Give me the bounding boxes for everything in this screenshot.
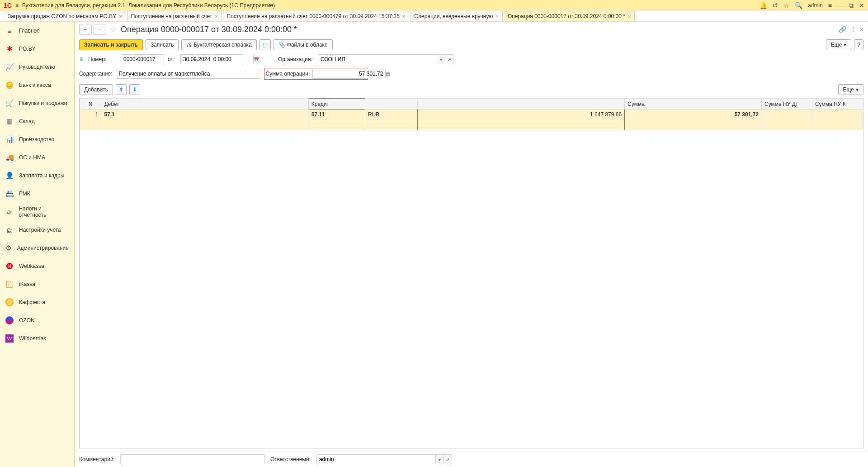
more-button[interactable]: Еще ▾ — [826, 39, 851, 50]
cart-icon: 🛒 — [5, 99, 14, 107]
chevron-down-icon: ▾ — [844, 42, 846, 48]
sidebar-item-warehouse[interactable]: ▦Склад — [0, 112, 74, 130]
files-cloud-button[interactable]: 📎Файлы в облаке — [274, 39, 333, 50]
from-label: от: — [168, 56, 177, 62]
help-button[interactable]: ? — [854, 39, 863, 50]
tab[interactable]: Поступление на расчетный счет 0000-00047… — [223, 11, 410, 21]
calendar-icon[interactable]: 📅 — [253, 55, 259, 64]
close-icon[interactable]: × — [402, 14, 405, 19]
col-n[interactable]: N — [80, 99, 101, 110]
tab[interactable]: Загрузка продаж OZON по месяцам PO.BY× — [4, 11, 126, 21]
ozon-icon — [5, 316, 14, 324]
sum-input-wrap: ▤ — [312, 69, 367, 79]
link-icon[interactable]: 🔗 — [839, 26, 846, 33]
dropdown-icon[interactable]: ▾ — [437, 55, 445, 64]
col-sum-nu-dt[interactable]: Сумма НУ Дт — [762, 99, 812, 110]
star-icon[interactable]: ☆ — [783, 2, 789, 9]
sidebar-item-webkassa[interactable]: 🅦Webkassa — [0, 257, 74, 275]
sidebar-item-manager[interactable]: 📈Руководителю — [0, 58, 74, 76]
sidebar-item-label: Webkassa — [19, 263, 44, 269]
sidebar-item-wildberries[interactable]: WWildberries — [0, 329, 74, 348]
responsible-input[interactable] — [317, 455, 435, 464]
tab[interactable]: Операции, введенные вручную× — [410, 11, 503, 21]
close-icon[interactable]: × — [495, 14, 498, 19]
sidebar-item-label: Зарплата и кадры — [19, 172, 64, 179]
sidebar-item-sales[interactable]: 🛒Покупки и продажи — [0, 94, 74, 112]
sidebar-item-poby[interactable]: ✱PO.BY — [0, 40, 74, 58]
move-down-button[interactable]: ⬇ — [129, 84, 140, 95]
more-vert-icon[interactable]: ⋮ — [850, 26, 856, 33]
sidebar-item-ozon[interactable]: OZON — [0, 311, 74, 329]
sidebar-item-label: Руководителю — [19, 64, 55, 70]
dt-kt-button[interactable]: ⬚ — [259, 39, 271, 50]
calc-icon[interactable]: ▤ — [385, 69, 390, 78]
bell-icon[interactable]: 🔔 — [760, 2, 767, 9]
table-more-button[interactable]: Еще ▾ — [838, 84, 863, 95]
star-icon: ✱ — [5, 45, 14, 53]
number-input[interactable] — [121, 54, 164, 64]
user-label[interactable]: admin — [808, 2, 823, 9]
sidebar-item-ikassa[interactable]: 🄺iKassa — [0, 275, 74, 293]
favorite-icon[interactable]: ☆ — [110, 24, 117, 34]
cell-credit-amt: 1 647 879,66 — [417, 110, 624, 130]
open-ref-icon[interactable]: ➚ — [443, 455, 452, 464]
close-icon[interactable]: × — [119, 14, 122, 19]
col-credit-amt[interactable] — [417, 99, 624, 110]
table-row[interactable]: 1 57.1 57.11 RUB 1 647 879,66 57 301,72 — [80, 110, 863, 130]
date-input[interactable] — [181, 55, 253, 64]
col-debit[interactable]: Дебет — [101, 99, 308, 110]
nav-back-button[interactable]: ← — [79, 24, 92, 35]
list-icon: ≡ — [5, 27, 14, 35]
nav-forward-button[interactable]: → — [94, 24, 106, 35]
close-icon[interactable]: × — [628, 14, 631, 19]
cell-debit: 57.1 — [101, 110, 308, 130]
sidebar-item-bank[interactable]: 🪙Банк и касса — [0, 76, 74, 94]
sidebar-item-admin[interactable]: ⚙Администрирование — [0, 239, 74, 257]
tab[interactable]: Поступление на расчетный счет× — [127, 11, 222, 21]
sidebar-item-kaffesta[interactable]: Каффеста — [0, 293, 74, 311]
add-button[interactable]: Добавить — [79, 84, 113, 95]
btn-label: Еще — [831, 42, 842, 48]
tab-active[interactable]: Операция 0000-000017 от 30.09.2024 0:00:… — [504, 11, 635, 21]
btn-label: Бухгалтерская справка — [193, 42, 252, 48]
sidebar-item-label: РМК — [19, 191, 30, 197]
acct-report-button[interactable]: 🖨Бухгалтерская справка — [181, 39, 257, 50]
search-icon[interactable]: 🔍 — [795, 2, 802, 9]
save-close-button[interactable]: Записать и закрыть — [79, 39, 143, 50]
col-sum[interactable]: Сумма — [625, 99, 762, 110]
open-ref-icon[interactable]: ➚ — [445, 55, 453, 64]
comment-input[interactable] — [120, 454, 265, 464]
col-credit-cur[interactable] — [365, 99, 417, 110]
tab-label: Поступление на расчетный счет — [131, 13, 212, 19]
sidebar-item-taxes[interactable]: ДтНалоги и отчетность — [0, 203, 74, 221]
col-sum-nu-kt[interactable]: Сумма НУ Кт — [812, 99, 863, 110]
sum-input[interactable] — [313, 69, 385, 78]
content-input[interactable] — [116, 69, 260, 79]
org-input[interactable] — [318, 55, 437, 64]
sidebar-item-settings[interactable]: 🗂Настройки учета — [0, 221, 74, 239]
hamburger-icon[interactable]: ≡ — [15, 2, 19, 9]
close-panel-icon[interactable]: × — [860, 26, 863, 33]
dt-kt-icon: ⬚ — [263, 42, 268, 48]
page-title: Операция 0000-000017 от 30.09.2024 0:00:… — [121, 25, 297, 34]
save-button[interactable]: Записать — [146, 39, 179, 50]
col-credit[interactable]: Кредит — [308, 99, 365, 110]
webkassa-icon: 🅦 — [5, 262, 14, 270]
kaffesta-icon — [5, 298, 14, 306]
dropdown-icon[interactable]: ▾ — [435, 455, 443, 464]
close-icon[interactable]: × — [215, 14, 217, 19]
minimize-icon[interactable]: — — [837, 2, 844, 9]
history-icon[interactable]: ↺ — [773, 2, 778, 9]
sidebar-item-label: Каффеста — [19, 299, 45, 305]
close-window-icon[interactable]: ✕ — [859, 2, 864, 9]
sidebar-item-production[interactable]: 📊Производство — [0, 130, 74, 148]
sidebar-item-assets[interactable]: 🚚ОС и НМА — [0, 148, 74, 167]
sidebar-item-payroll[interactable]: 👤Зарплата и кадры — [0, 167, 74, 185]
sidebar-item-label: OZON — [19, 317, 35, 324]
card-icon: 📇 — [5, 190, 14, 198]
sidebar-item-main[interactable]: ≡Главное — [0, 22, 74, 40]
move-up-button[interactable]: ⬆ — [116, 84, 127, 95]
settings-icon[interactable]: ≡ — [828, 2, 832, 9]
restore-icon[interactable]: ⧉ — [849, 2, 854, 10]
sidebar-item-rmk[interactable]: 📇РМК — [0, 185, 74, 203]
